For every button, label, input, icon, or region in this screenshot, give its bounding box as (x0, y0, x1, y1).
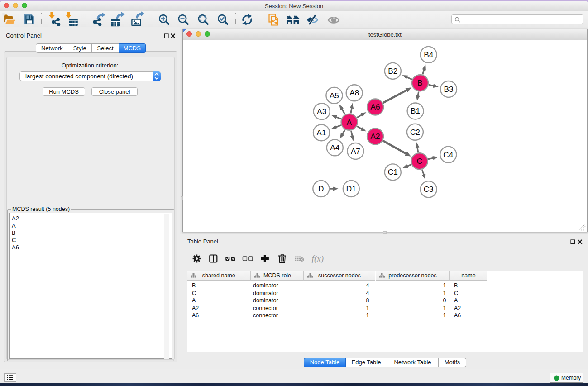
svg-text:A7: A7 (351, 147, 360, 156)
svg-text:C4: C4 (443, 150, 453, 159)
svg-text:A5: A5 (330, 91, 339, 100)
svg-text:C2: C2 (410, 128, 420, 137)
svg-text:B: B (417, 78, 422, 87)
svg-text:B3: B3 (444, 85, 453, 94)
svg-text:A: A (347, 118, 352, 127)
svg-text:A8: A8 (349, 88, 359, 97)
svg-text:C1: C1 (388, 167, 398, 176)
svg-text:B1: B1 (411, 106, 420, 115)
svg-text:A4: A4 (330, 143, 339, 152)
svg-text:B4: B4 (424, 50, 433, 59)
svg-text:D: D (318, 184, 324, 193)
svg-text:f(x): f(x) (312, 254, 324, 264)
svg-text:C: C (416, 157, 422, 166)
svg-text:A6: A6 (371, 102, 380, 111)
svg-text:B2: B2 (388, 67, 397, 76)
svg-text:A3: A3 (317, 107, 326, 116)
svg-text:C3: C3 (424, 185, 434, 194)
svg-text:D1: D1 (346, 184, 356, 193)
svg-text:A2: A2 (371, 132, 380, 141)
svg-text:A1: A1 (316, 128, 326, 137)
